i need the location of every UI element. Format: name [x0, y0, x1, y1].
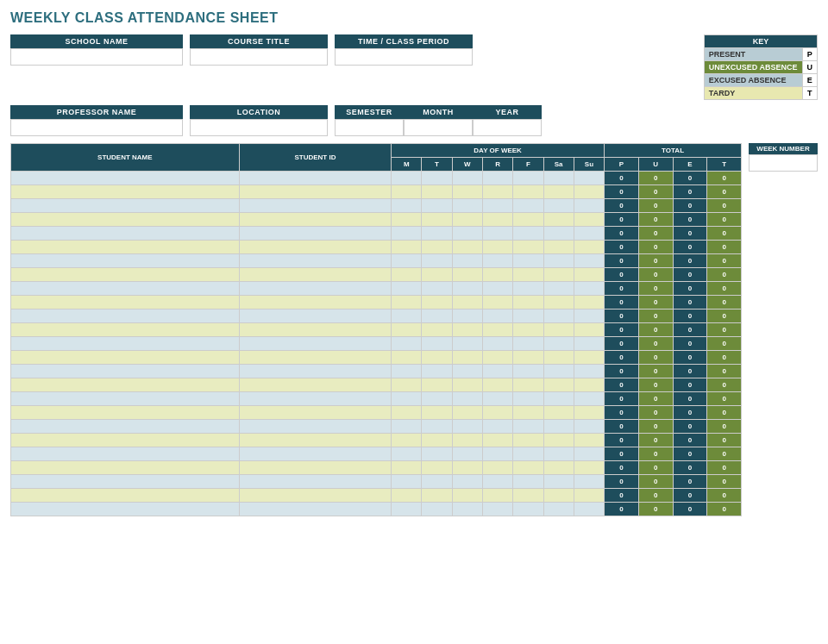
student-name-cell[interactable]: [11, 365, 240, 378]
day-cell-f[interactable]: [513, 434, 543, 447]
day-cell-r[interactable]: [482, 378, 512, 392]
day-cell-su[interactable]: [574, 241, 604, 254]
student-name-cell[interactable]: [11, 254, 240, 268]
student-id-cell[interactable]: [239, 378, 391, 392]
day-cell-f[interactable]: [513, 268, 543, 282]
student-name-cell[interactable]: [11, 420, 240, 434]
day-cell-su[interactable]: [574, 172, 604, 185]
day-cell-r[interactable]: [482, 213, 512, 227]
day-cell-w[interactable]: [452, 199, 482, 213]
day-cell-m[interactable]: [392, 185, 422, 199]
day-cell-sa[interactable]: [543, 406, 574, 420]
day-cell-r[interactable]: [482, 309, 512, 323]
student-id-cell[interactable]: [239, 241, 391, 254]
day-cell-t[interactable]: [422, 213, 452, 227]
day-cell-m[interactable]: [392, 337, 422, 351]
day-cell-w[interactable]: [452, 447, 482, 461]
student-id-cell[interactable]: [239, 227, 391, 241]
student-name-cell[interactable]: [11, 199, 240, 213]
day-cell-w[interactable]: [452, 351, 482, 365]
course-title-input[interactable]: [190, 48, 328, 66]
day-cell-t[interactable]: [422, 227, 452, 241]
student-id-cell[interactable]: [239, 365, 391, 378]
day-cell-su[interactable]: [574, 406, 604, 420]
day-cell-w[interactable]: [452, 309, 482, 323]
day-cell-t[interactable]: [422, 337, 452, 351]
day-cell-w[interactable]: [452, 268, 482, 282]
student-name-cell[interactable]: [11, 323, 240, 337]
day-cell-r[interactable]: [482, 268, 512, 282]
student-name-cell[interactable]: [11, 461, 240, 475]
day-cell-sa[interactable]: [543, 268, 574, 282]
day-cell-t[interactable]: [422, 241, 452, 254]
day-cell-sa[interactable]: [543, 351, 574, 365]
day-cell-f[interactable]: [513, 447, 543, 461]
day-cell-t[interactable]: [422, 392, 452, 406]
day-cell-su[interactable]: [574, 434, 604, 447]
day-cell-w[interactable]: [452, 392, 482, 406]
day-cell-su[interactable]: [574, 489, 604, 503]
day-cell-m[interactable]: [392, 406, 422, 420]
day-cell-su[interactable]: [574, 185, 604, 199]
day-cell-t[interactable]: [422, 268, 452, 282]
student-id-cell[interactable]: [239, 337, 391, 351]
day-cell-sa[interactable]: [543, 365, 574, 378]
day-cell-sa[interactable]: [543, 475, 574, 489]
day-cell-su[interactable]: [574, 199, 604, 213]
day-cell-su[interactable]: [574, 461, 604, 475]
day-cell-r[interactable]: [482, 447, 512, 461]
day-cell-su[interactable]: [574, 365, 604, 378]
day-cell-m[interactable]: [392, 489, 422, 503]
day-cell-m[interactable]: [392, 378, 422, 392]
student-name-cell[interactable]: [11, 489, 240, 503]
student-id-cell[interactable]: [239, 392, 391, 406]
day-cell-t[interactable]: [422, 365, 452, 378]
day-cell-sa[interactable]: [543, 392, 574, 406]
day-cell-f[interactable]: [513, 309, 543, 323]
day-cell-r[interactable]: [482, 282, 512, 296]
day-cell-m[interactable]: [392, 503, 422, 516]
day-cell-w[interactable]: [452, 172, 482, 185]
student-id-cell[interactable]: [239, 406, 391, 420]
day-cell-m[interactable]: [392, 227, 422, 241]
day-cell-f[interactable]: [513, 185, 543, 199]
day-cell-w[interactable]: [452, 296, 482, 309]
day-cell-sa[interactable]: [543, 172, 574, 185]
day-cell-su[interactable]: [574, 213, 604, 227]
day-cell-su[interactable]: [574, 227, 604, 241]
student-name-cell[interactable]: [11, 406, 240, 420]
student-name-cell[interactable]: [11, 351, 240, 365]
day-cell-r[interactable]: [482, 489, 512, 503]
day-cell-m[interactable]: [392, 392, 422, 406]
day-cell-sa[interactable]: [543, 378, 574, 392]
day-cell-t[interactable]: [422, 461, 452, 475]
day-cell-w[interactable]: [452, 365, 482, 378]
day-cell-sa[interactable]: [543, 434, 574, 447]
day-cell-su[interactable]: [574, 378, 604, 392]
student-name-cell[interactable]: [11, 503, 240, 516]
day-cell-su[interactable]: [574, 282, 604, 296]
time-class-input[interactable]: [335, 48, 473, 66]
student-name-cell[interactable]: [11, 392, 240, 406]
day-cell-f[interactable]: [513, 337, 543, 351]
day-cell-f[interactable]: [513, 475, 543, 489]
day-cell-t[interactable]: [422, 406, 452, 420]
student-name-cell[interactable]: [11, 378, 240, 392]
student-name-cell[interactable]: [11, 268, 240, 282]
day-cell-t[interactable]: [422, 254, 452, 268]
day-cell-t[interactable]: [422, 420, 452, 434]
day-cell-su[interactable]: [574, 309, 604, 323]
student-name-cell[interactable]: [11, 185, 240, 199]
student-id-cell[interactable]: [239, 434, 391, 447]
day-cell-w[interactable]: [452, 420, 482, 434]
day-cell-r[interactable]: [482, 172, 512, 185]
day-cell-w[interactable]: [452, 254, 482, 268]
student-name-cell[interactable]: [11, 241, 240, 254]
day-cell-r[interactable]: [482, 434, 512, 447]
day-cell-sa[interactable]: [543, 447, 574, 461]
day-cell-su[interactable]: [574, 392, 604, 406]
day-cell-sa[interactable]: [543, 461, 574, 475]
day-cell-t[interactable]: [422, 185, 452, 199]
day-cell-r[interactable]: [482, 227, 512, 241]
day-cell-m[interactable]: [392, 461, 422, 475]
